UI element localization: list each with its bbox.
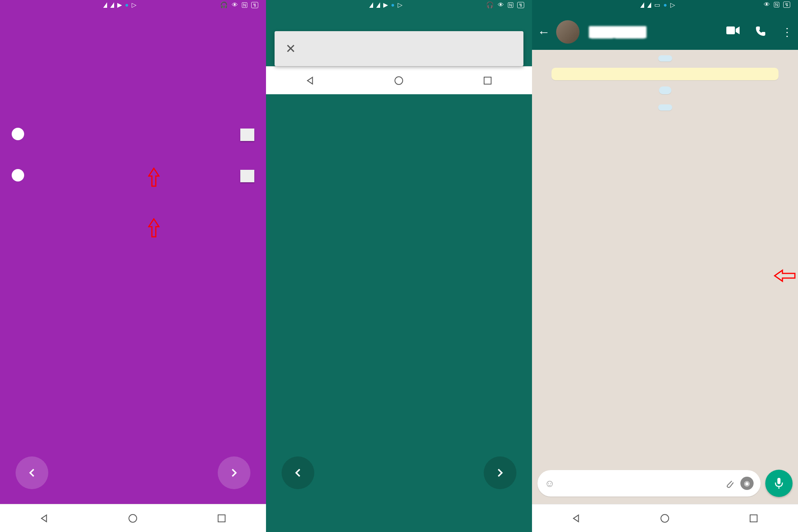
attach-icon[interactable] bbox=[724, 478, 734, 489]
enable-notification-button[interactable] bbox=[240, 170, 254, 182]
play-icon: ▶ bbox=[383, 1, 388, 9]
annotation-arrow-2 bbox=[148, 218, 160, 238]
status-center-icons: ▭ ● ▷ bbox=[640, 1, 675, 9]
nfc-icon: N bbox=[508, 2, 513, 8]
app-selector-card: ✕ bbox=[275, 31, 523, 66]
message-input-bar: ☺ ◉ bbox=[532, 465, 798, 504]
status-center-icons: ▶ ● ▷ bbox=[103, 1, 137, 9]
contact-title-block[interactable]: ███ ████ bbox=[586, 26, 720, 38]
svg-rect-5 bbox=[777, 478, 780, 484]
signal-2-icon bbox=[110, 2, 114, 8]
svg-rect-4 bbox=[726, 26, 735, 34]
setup-item-multimedia bbox=[12, 127, 254, 141]
app-selector-screen: ▶ ● ▷ 🎧 👁 N ↯ ✕ bbox=[266, 0, 532, 532]
headphones-icon: 🎧 bbox=[486, 1, 494, 9]
headphones-icon: 🎧 bbox=[220, 1, 228, 9]
search-row[interactable]: ✕ bbox=[275, 31, 523, 66]
nav-home-button[interactable] bbox=[393, 75, 405, 86]
android-nav-bar bbox=[0, 504, 266, 532]
dot-icon: ● bbox=[391, 2, 395, 9]
business-notice[interactable] bbox=[659, 86, 671, 94]
redacted-number: ███ ████ bbox=[589, 26, 647, 38]
more-menu-button[interactable]: ⋮ bbox=[782, 26, 793, 39]
step-number bbox=[12, 169, 24, 181]
nfc-icon: N bbox=[242, 2, 247, 8]
nav-back-button[interactable] bbox=[305, 75, 316, 86]
battery-label: ↯ bbox=[251, 2, 258, 8]
dot-icon: ● bbox=[663, 2, 667, 9]
voice-call-button[interactable] bbox=[755, 26, 766, 39]
video-call-button[interactable] bbox=[726, 26, 740, 39]
date-pill bbox=[658, 55, 672, 62]
play-icon: ▶ bbox=[117, 1, 122, 9]
dot-icon: ● bbox=[125, 2, 129, 9]
svg-rect-8 bbox=[750, 515, 757, 522]
annotation-arrow-1 bbox=[148, 167, 160, 187]
nav-recent-button[interactable] bbox=[748, 513, 759, 524]
flag-icon: ▷ bbox=[132, 1, 136, 9]
svg-rect-3 bbox=[484, 77, 491, 84]
pager bbox=[0, 456, 266, 489]
nfc-icon: N bbox=[774, 2, 779, 7]
mic-button[interactable] bbox=[765, 470, 793, 497]
step-number bbox=[12, 128, 24, 140]
svg-point-7 bbox=[661, 514, 669, 522]
flag-icon: ▷ bbox=[670, 1, 675, 9]
encryption-notice[interactable] bbox=[551, 68, 779, 80]
close-icon[interactable]: ✕ bbox=[285, 41, 296, 56]
svg-point-2 bbox=[395, 77, 403, 85]
setup-content bbox=[0, 14, 266, 504]
message-input[interactable]: ☺ ◉ bbox=[537, 470, 761, 497]
nav-recent-button[interactable] bbox=[482, 75, 493, 86]
enable-multimedia-button[interactable] bbox=[240, 129, 254, 141]
eye-icon: 👁 bbox=[498, 2, 504, 9]
wamr-setup-screen: ▶ ● ▷ 🎧 👁 N ↯ bbox=[0, 0, 266, 532]
nav-recent-button[interactable] bbox=[216, 513, 227, 524]
status-bar: ▭ ● ▷ 👁 N ↯ bbox=[532, 0, 798, 14]
battery-label: ↯ bbox=[783, 2, 790, 8]
nav-back-button[interactable] bbox=[39, 513, 50, 524]
today-pill bbox=[658, 104, 672, 111]
status-bar: ▶ ● ▷ 🎧 👁 N ↯ bbox=[0, 0, 266, 14]
nav-back-button[interactable] bbox=[571, 513, 582, 524]
next-page-button[interactable] bbox=[484, 456, 516, 489]
svg-rect-1 bbox=[218, 515, 225, 522]
header-actions: ⋮ bbox=[726, 26, 793, 39]
signal-2-icon bbox=[376, 2, 380, 8]
android-nav-bar bbox=[266, 66, 532, 94]
nav-home-button[interactable] bbox=[659, 513, 671, 524]
android-nav-bar bbox=[532, 504, 798, 532]
chat-body[interactable] bbox=[532, 50, 798, 465]
camera-icon[interactable]: ◉ bbox=[740, 477, 754, 490]
status-bar: ▶ ● ▷ 🎧 👁 N ↯ bbox=[266, 0, 532, 14]
flag-icon: ▷ bbox=[398, 1, 402, 9]
battery-label: ↯ bbox=[517, 2, 524, 8]
back-button[interactable]: ← bbox=[537, 25, 550, 39]
svg-point-0 bbox=[129, 514, 137, 522]
contact-avatar[interactable] bbox=[556, 20, 580, 44]
nav-home-button[interactable] bbox=[127, 513, 139, 524]
signal-1-icon bbox=[369, 2, 373, 8]
eye-icon: 👁 bbox=[232, 2, 238, 9]
signal-1-icon bbox=[103, 2, 107, 8]
annotation-arrow-deleted bbox=[773, 268, 796, 284]
whatsapp-chat-screen: ▭ ● ▷ 👁 N ↯ ← ███ ████ ⋮ bbox=[532, 0, 798, 532]
signal-1-icon bbox=[640, 2, 644, 8]
eye-icon: 👁 bbox=[764, 1, 770, 8]
emoji-icon[interactable]: ☺ bbox=[544, 477, 555, 490]
window-icon: ▭ bbox=[654, 1, 660, 9]
prev-page-button[interactable] bbox=[282, 456, 314, 489]
contact-phone: ███ ████ bbox=[586, 26, 720, 38]
chat-header: ← ███ ████ ⋮ bbox=[532, 14, 798, 50]
setup-item-notification bbox=[12, 168, 254, 182]
next-page-button[interactable] bbox=[218, 456, 250, 489]
selector-header bbox=[266, 14, 532, 31]
signal-2-icon bbox=[647, 2, 651, 8]
status-center-icons: ▶ ● ▷ bbox=[369, 1, 403, 9]
pager bbox=[266, 456, 532, 489]
prev-page-button[interactable] bbox=[16, 456, 48, 489]
